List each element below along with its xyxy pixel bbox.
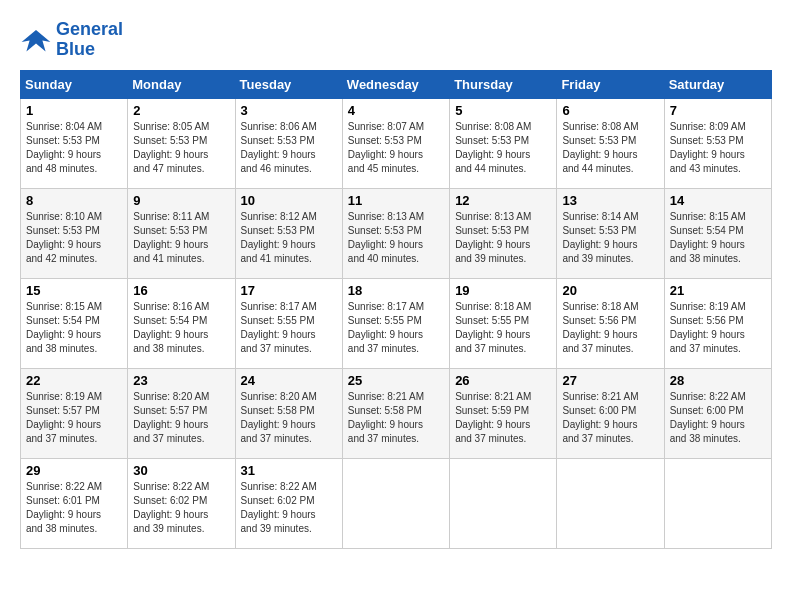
calendar-cell: 27 Sunrise: 8:21 AM Sunset: 6:00 PM Dayl… [557, 368, 664, 458]
calendar-cell: 20 Sunrise: 8:18 AM Sunset: 5:56 PM Dayl… [557, 278, 664, 368]
day-info: Sunrise: 8:13 AM Sunset: 5:53 PM Dayligh… [455, 210, 551, 266]
calendar-cell: 8 Sunrise: 8:10 AM Sunset: 5:53 PM Dayli… [21, 188, 128, 278]
calendar-cell: 2 Sunrise: 8:05 AM Sunset: 5:53 PM Dayli… [128, 98, 235, 188]
calendar-cell: 22 Sunrise: 8:19 AM Sunset: 5:57 PM Dayl… [21, 368, 128, 458]
calendar-cell: 7 Sunrise: 8:09 AM Sunset: 5:53 PM Dayli… [664, 98, 771, 188]
day-info: Sunrise: 8:16 AM Sunset: 5:54 PM Dayligh… [133, 300, 229, 356]
day-info: Sunrise: 8:18 AM Sunset: 5:56 PM Dayligh… [562, 300, 658, 356]
calendar-cell: 30 Sunrise: 8:22 AM Sunset: 6:02 PM Dayl… [128, 458, 235, 548]
calendar-cell: 15 Sunrise: 8:15 AM Sunset: 5:54 PM Dayl… [21, 278, 128, 368]
calendar-cell [664, 458, 771, 548]
day-number: 25 [348, 373, 444, 388]
logo-text: General Blue [56, 20, 123, 60]
day-number: 18 [348, 283, 444, 298]
day-number: 5 [455, 103, 551, 118]
calendar-cell: 18 Sunrise: 8:17 AM Sunset: 5:55 PM Dayl… [342, 278, 449, 368]
day-info: Sunrise: 8:17 AM Sunset: 5:55 PM Dayligh… [241, 300, 337, 356]
calendar-cell: 3 Sunrise: 8:06 AM Sunset: 5:53 PM Dayli… [235, 98, 342, 188]
day-info: Sunrise: 8:05 AM Sunset: 5:53 PM Dayligh… [133, 120, 229, 176]
weekday-header-wednesday: Wednesday [342, 70, 449, 98]
day-info: Sunrise: 8:07 AM Sunset: 5:53 PM Dayligh… [348, 120, 444, 176]
day-number: 23 [133, 373, 229, 388]
day-info: Sunrise: 8:13 AM Sunset: 5:53 PM Dayligh… [348, 210, 444, 266]
day-info: Sunrise: 8:22 AM Sunset: 6:01 PM Dayligh… [26, 480, 122, 536]
day-info: Sunrise: 8:09 AM Sunset: 5:53 PM Dayligh… [670, 120, 766, 176]
calendar-cell: 1 Sunrise: 8:04 AM Sunset: 5:53 PM Dayli… [21, 98, 128, 188]
calendar-cell [342, 458, 449, 548]
day-info: Sunrise: 8:17 AM Sunset: 5:55 PM Dayligh… [348, 300, 444, 356]
day-number: 10 [241, 193, 337, 208]
calendar-table: SundayMondayTuesdayWednesdayThursdayFrid… [20, 70, 772, 549]
day-number: 3 [241, 103, 337, 118]
day-info: Sunrise: 8:21 AM Sunset: 6:00 PM Dayligh… [562, 390, 658, 446]
calendar-cell: 5 Sunrise: 8:08 AM Sunset: 5:53 PM Dayli… [450, 98, 557, 188]
day-number: 11 [348, 193, 444, 208]
day-number: 29 [26, 463, 122, 478]
calendar-cell: 23 Sunrise: 8:20 AM Sunset: 5:57 PM Dayl… [128, 368, 235, 458]
calendar-cell: 24 Sunrise: 8:20 AM Sunset: 5:58 PM Dayl… [235, 368, 342, 458]
calendar-cell: 12 Sunrise: 8:13 AM Sunset: 5:53 PM Dayl… [450, 188, 557, 278]
day-number: 17 [241, 283, 337, 298]
day-info: Sunrise: 8:08 AM Sunset: 5:53 PM Dayligh… [455, 120, 551, 176]
calendar-week-5: 29 Sunrise: 8:22 AM Sunset: 6:01 PM Dayl… [21, 458, 772, 548]
day-number: 22 [26, 373, 122, 388]
weekday-header-monday: Monday [128, 70, 235, 98]
day-info: Sunrise: 8:21 AM Sunset: 5:59 PM Dayligh… [455, 390, 551, 446]
calendar-cell: 16 Sunrise: 8:16 AM Sunset: 5:54 PM Dayl… [128, 278, 235, 368]
day-info: Sunrise: 8:15 AM Sunset: 5:54 PM Dayligh… [26, 300, 122, 356]
weekday-header-saturday: Saturday [664, 70, 771, 98]
calendar-cell: 9 Sunrise: 8:11 AM Sunset: 5:53 PM Dayli… [128, 188, 235, 278]
day-info: Sunrise: 8:20 AM Sunset: 5:57 PM Dayligh… [133, 390, 229, 446]
calendar-cell: 19 Sunrise: 8:18 AM Sunset: 5:55 PM Dayl… [450, 278, 557, 368]
calendar-week-4: 22 Sunrise: 8:19 AM Sunset: 5:57 PM Dayl… [21, 368, 772, 458]
day-number: 14 [670, 193, 766, 208]
day-info: Sunrise: 8:22 AM Sunset: 6:02 PM Dayligh… [241, 480, 337, 536]
weekday-header-thursday: Thursday [450, 70, 557, 98]
calendar-cell: 6 Sunrise: 8:08 AM Sunset: 5:53 PM Dayli… [557, 98, 664, 188]
logo-icon [20, 26, 52, 54]
calendar-week-1: 1 Sunrise: 8:04 AM Sunset: 5:53 PM Dayli… [21, 98, 772, 188]
logo: General Blue [20, 20, 123, 60]
day-number: 9 [133, 193, 229, 208]
day-info: Sunrise: 8:19 AM Sunset: 5:57 PM Dayligh… [26, 390, 122, 446]
day-info: Sunrise: 8:22 AM Sunset: 6:00 PM Dayligh… [670, 390, 766, 446]
day-number: 7 [670, 103, 766, 118]
page-header: General Blue [20, 20, 772, 60]
day-info: Sunrise: 8:12 AM Sunset: 5:53 PM Dayligh… [241, 210, 337, 266]
calendar-cell: 17 Sunrise: 8:17 AM Sunset: 5:55 PM Dayl… [235, 278, 342, 368]
day-info: Sunrise: 8:06 AM Sunset: 5:53 PM Dayligh… [241, 120, 337, 176]
day-number: 31 [241, 463, 337, 478]
day-number: 13 [562, 193, 658, 208]
calendar-cell: 4 Sunrise: 8:07 AM Sunset: 5:53 PM Dayli… [342, 98, 449, 188]
calendar-cell: 25 Sunrise: 8:21 AM Sunset: 5:58 PM Dayl… [342, 368, 449, 458]
day-number: 27 [562, 373, 658, 388]
calendar-cell: 21 Sunrise: 8:19 AM Sunset: 5:56 PM Dayl… [664, 278, 771, 368]
day-number: 30 [133, 463, 229, 478]
weekday-header-friday: Friday [557, 70, 664, 98]
day-info: Sunrise: 8:10 AM Sunset: 5:53 PM Dayligh… [26, 210, 122, 266]
calendar-cell: 14 Sunrise: 8:15 AM Sunset: 5:54 PM Dayl… [664, 188, 771, 278]
weekday-header-tuesday: Tuesday [235, 70, 342, 98]
calendar-cell: 29 Sunrise: 8:22 AM Sunset: 6:01 PM Dayl… [21, 458, 128, 548]
day-number: 20 [562, 283, 658, 298]
day-number: 6 [562, 103, 658, 118]
calendar-cell [450, 458, 557, 548]
day-info: Sunrise: 8:15 AM Sunset: 5:54 PM Dayligh… [670, 210, 766, 266]
calendar-week-2: 8 Sunrise: 8:10 AM Sunset: 5:53 PM Dayli… [21, 188, 772, 278]
calendar-cell: 28 Sunrise: 8:22 AM Sunset: 6:00 PM Dayl… [664, 368, 771, 458]
day-number: 26 [455, 373, 551, 388]
day-info: Sunrise: 8:04 AM Sunset: 5:53 PM Dayligh… [26, 120, 122, 176]
calendar-cell: 13 Sunrise: 8:14 AM Sunset: 5:53 PM Dayl… [557, 188, 664, 278]
day-info: Sunrise: 8:11 AM Sunset: 5:53 PM Dayligh… [133, 210, 229, 266]
day-number: 8 [26, 193, 122, 208]
day-info: Sunrise: 8:19 AM Sunset: 5:56 PM Dayligh… [670, 300, 766, 356]
day-number: 19 [455, 283, 551, 298]
day-number: 15 [26, 283, 122, 298]
day-number: 2 [133, 103, 229, 118]
day-info: Sunrise: 8:08 AM Sunset: 5:53 PM Dayligh… [562, 120, 658, 176]
calendar-cell: 26 Sunrise: 8:21 AM Sunset: 5:59 PM Dayl… [450, 368, 557, 458]
day-number: 24 [241, 373, 337, 388]
day-info: Sunrise: 8:21 AM Sunset: 5:58 PM Dayligh… [348, 390, 444, 446]
day-info: Sunrise: 8:22 AM Sunset: 6:02 PM Dayligh… [133, 480, 229, 536]
day-number: 1 [26, 103, 122, 118]
